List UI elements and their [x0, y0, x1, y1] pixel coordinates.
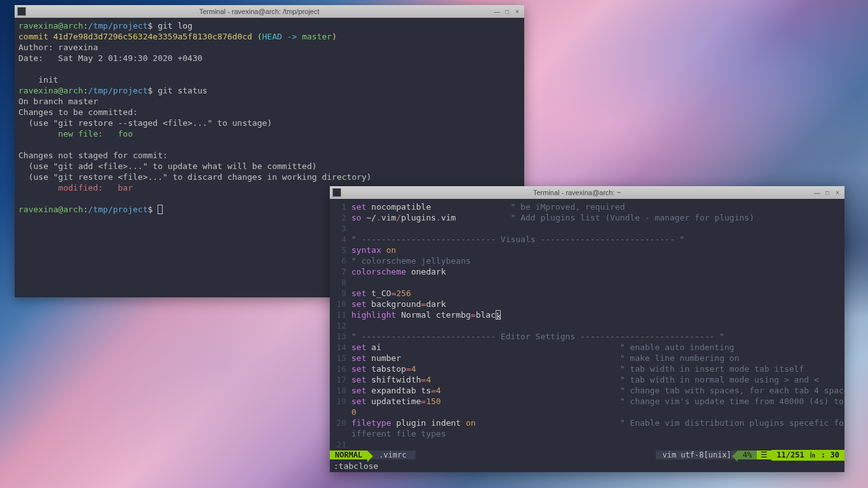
titlebar[interactable]: Terminal - ravexina@arch: ~ — □ ×	[330, 186, 844, 199]
vim-line: 7colorscheme onedark	[334, 266, 841, 277]
vim-line: ifferent file types	[334, 428, 841, 439]
vim-line: 4" --------------------------- Visuals -…	[334, 234, 841, 245]
close-icon[interactable]: ×	[833, 188, 842, 197]
vim-position: 11/251 ㏑ : 30	[771, 450, 844, 461]
modified-file: modified: bar	[18, 183, 133, 193]
vim-line: 13" --------------------------- Editor S…	[334, 331, 841, 342]
window-title: Terminal - ravexina@arch: /tmp/project	[29, 8, 490, 15]
close-icon[interactable]: ×	[513, 7, 522, 16]
window-title: Terminal - ravexina@arch: ~	[344, 189, 810, 196]
cmd-text: git log	[158, 21, 193, 30]
vim-line: 9set t_CO=256	[334, 288, 841, 299]
prompt-path: /tmp/project	[88, 21, 148, 30]
vim-line: 18set expandtab ts=4 " change tab with s…	[334, 385, 841, 396]
vim-line: 15set number " make line numbering on	[334, 353, 841, 363]
terminal-window-vim[interactable]: Terminal - ravexina@arch: ~ — □ × 1set n…	[330, 186, 844, 472]
vim-line: 0	[334, 407, 841, 417]
vim-line: 3	[334, 223, 841, 234]
titlebar[interactable]: Terminal - ravexina@arch: /tmp/project —…	[15, 5, 524, 18]
vim-line: 1set nocompatible " be iMproved, require…	[334, 201, 841, 212]
vim-line: 8	[334, 277, 841, 288]
vim-line: 2so ~/.vim/plugins.vim " Add plugins lis…	[334, 212, 841, 223]
minimize-icon[interactable]: —	[813, 188, 822, 197]
prompt-user: ravexina@arch	[18, 21, 83, 30]
vim-line: 11highlight Normal ctermbg=black	[334, 309, 841, 320]
vim-line: 12	[334, 320, 841, 331]
vim-mode: NORMAL	[330, 451, 367, 459]
vim-line: 16set tabstop=4 " tab width in insert mo…	[334, 363, 841, 374]
vim-cmdline[interactable]: :tabclose	[330, 461, 844, 472]
minimize-icon[interactable]: —	[492, 7, 501, 16]
vim-editor[interactable]: 1set nocompatible " be iMproved, require…	[330, 199, 844, 449]
terminal-icon	[17, 7, 26, 16]
vim-statusline: NORMAL .vimrc vim utf-8[unix] 4% ☰ 11/25…	[330, 449, 844, 461]
vim-line: 6" colorscheme jellybeans	[334, 255, 841, 266]
staged-file: new file: foo	[18, 129, 133, 139]
vim-line: 17set shiftwidth=4 " tab width in normal…	[334, 374, 841, 385]
vim-filename: .vimrc	[367, 451, 415, 459]
commit-hash: 41d7e98d3d7296c56324e3359a5f8130c876d0cd	[53, 32, 252, 41]
terminal-icon	[332, 188, 341, 197]
vim-line: 10set background=dark	[334, 299, 841, 309]
maximize-icon[interactable]: □	[823, 188, 832, 197]
vim-line: 21	[334, 439, 841, 449]
vim-line: 20filetype plugin indent on " Enable vim…	[334, 417, 841, 428]
maximize-icon[interactable]: □	[503, 7, 512, 16]
branch-name: master	[302, 32, 332, 41]
vim-line: 5syntax on	[334, 245, 841, 255]
vim-line: 19set updatetime=150 " change vim's upda…	[334, 396, 841, 407]
cursor	[158, 205, 163, 214]
vim-line: 14set ai " enable auto indenting	[334, 342, 841, 353]
vim-percent: 4%	[738, 451, 757, 459]
